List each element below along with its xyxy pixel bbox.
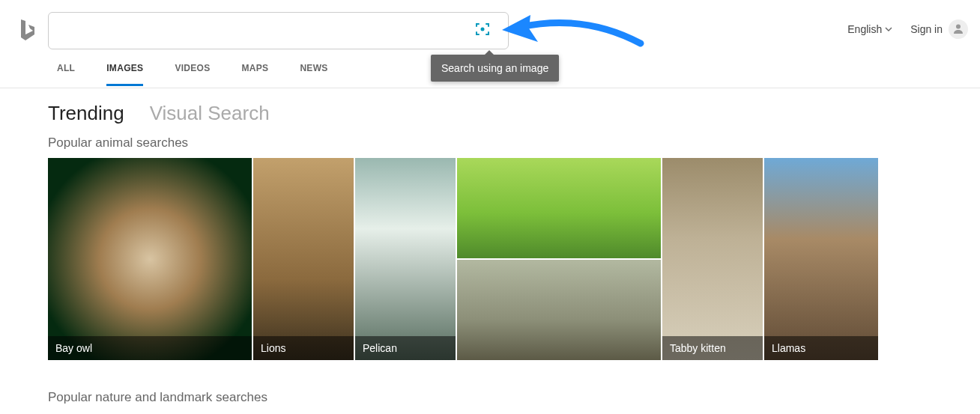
animal-tiles: Bay owl Lions Pelican Chameleon Donkeys … <box>48 158 980 360</box>
nav-item-news[interactable]: NEWS <box>300 63 327 86</box>
content: Trending Visual Search Popular animal se… <box>0 88 980 405</box>
search-input[interactable] <box>61 13 474 49</box>
tile-image <box>253 158 354 360</box>
signin-label: Sign in <box>910 23 943 35</box>
popular-nature-heading: Popular nature and landmark searches <box>48 390 980 405</box>
tile-image <box>355 158 456 360</box>
tile-image <box>457 260 661 360</box>
chevron-down-icon <box>885 23 892 35</box>
signin-button[interactable]: Sign in <box>910 19 968 39</box>
nav-tabs: ALL IMAGES VIDEOS MAPS NEWS <box>57 63 328 86</box>
visual-search-tooltip: Search using an image <box>431 55 559 82</box>
tile-chameleon[interactable]: Chameleon <box>457 158 661 258</box>
tile-bay-owl[interactable]: Bay owl <box>48 158 252 360</box>
nav-item-images[interactable]: IMAGES <box>106 63 143 86</box>
bing-logo-icon[interactable] <box>18 18 36 43</box>
tile-lions[interactable]: Lions <box>253 158 354 360</box>
person-icon <box>952 22 964 37</box>
camera-scan-icon <box>475 22 490 40</box>
section-tabs: Trending Visual Search <box>48 102 980 125</box>
tile-image <box>457 158 661 258</box>
tile-caption: Lions <box>253 336 354 360</box>
tile-image <box>48 158 252 360</box>
language-label: English <box>847 23 882 35</box>
section-tab-visual-search[interactable]: Visual Search <box>150 102 270 125</box>
header: Search using an image English Sign in AL… <box>0 0 980 88</box>
avatar <box>949 19 968 39</box>
nav-item-maps[interactable]: MAPS <box>242 63 269 86</box>
tile-donkeys[interactable]: Donkeys <box>457 260 661 360</box>
header-right: English Sign in <box>847 19 968 39</box>
tile-image <box>662 158 763 360</box>
svg-point-1 <box>956 24 961 28</box>
tile-image <box>764 158 878 360</box>
popular-animals-heading: Popular animal searches <box>48 136 980 150</box>
tile-caption: Llamas <box>764 336 878 360</box>
visual-search-button[interactable] <box>474 22 491 40</box>
section-tab-trending[interactable]: Trending <box>48 102 124 125</box>
nav-item-videos[interactable]: VIDEOS <box>175 63 210 86</box>
nav-item-all[interactable]: ALL <box>57 63 75 86</box>
annotation-arrow-icon <box>494 6 644 51</box>
tile-tabby-kitten[interactable]: Tabby kitten <box>662 158 763 360</box>
tile-split-group: Chameleon Donkeys <box>457 158 661 360</box>
tile-caption: Bay owl <box>48 336 252 360</box>
tile-pelican[interactable]: Pelican <box>355 158 456 360</box>
language-selector[interactable]: English <box>847 23 892 35</box>
svg-point-0 <box>481 28 485 31</box>
tile-llamas[interactable]: Llamas <box>764 158 878 360</box>
tile-caption: Pelican <box>355 336 456 360</box>
tile-caption: Tabby kitten <box>662 336 763 360</box>
search-box <box>48 12 509 49</box>
